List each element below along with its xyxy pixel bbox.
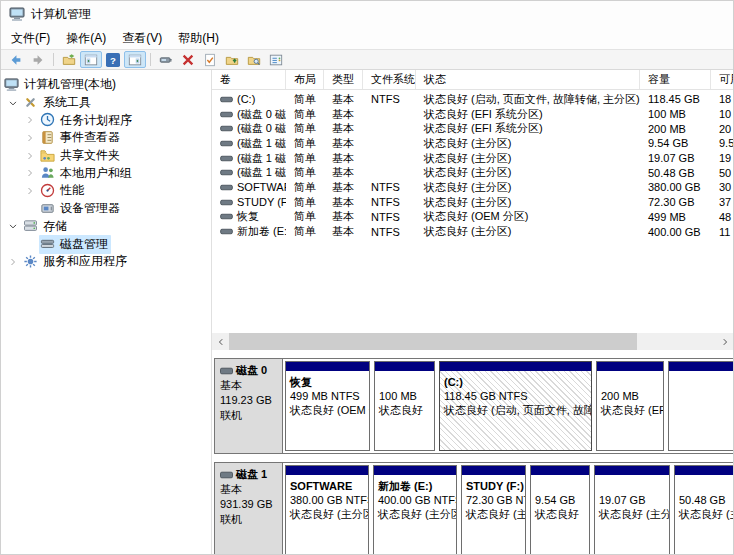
sidebar-item-computer-management[interactable]: 计算机管理(本地) (1, 76, 211, 94)
volume-row[interactable]: 新加卷 (E:)简单基本NTFS状态良好 (主分区)400.00 GB11 (212, 224, 733, 239)
column-header-capacity[interactable]: 容量 (640, 70, 711, 89)
sidebar-item-disk-management[interactable]: 磁盘管理 (1, 235, 211, 253)
volume-row[interactable]: (磁盘 1 磁盘分区 6)简单基本状态良好 (主分区)19.07 GB19 (212, 151, 733, 166)
sidebar-item-storage[interactable]: 存储 (1, 218, 211, 236)
volume-row[interactable]: 恢复简单基本NTFS状态良好 (OEM 分区)499 MB48 (212, 210, 733, 225)
sidebar-item-performance[interactable]: 性能 (1, 182, 211, 200)
volume-row[interactable]: (磁盘 1 磁盘分区 5)简单基本状态良好 (主分区)9.54 GB9.5 (212, 136, 733, 151)
partition-block[interactable]: 19.07 GB状态良好 (主分区) (594, 465, 670, 555)
show-hide-action-pane-button[interactable] (124, 51, 146, 68)
scroll-left-icon[interactable] (212, 333, 229, 350)
volume-name: (C:) (237, 93, 255, 105)
volume-row[interactable]: SOFTWARE (D:)简单基本NTFS状态良好 (主分区)380.00 GB… (212, 180, 733, 195)
column-header-status[interactable]: 状态 (416, 70, 640, 89)
chevron-collapsed-icon[interactable] (24, 166, 39, 180)
folder-search-button[interactable] (243, 51, 265, 68)
volume-name: (磁盘 1 磁盘分区 6) (237, 151, 286, 166)
chevron-collapsed-icon[interactable] (24, 131, 39, 145)
column-header-layout[interactable]: 布局 (286, 70, 324, 89)
back-button[interactable] (5, 51, 27, 68)
partition-block[interactable]: 9.54 GB状态良好 (530, 465, 590, 555)
toolbar-separator (53, 53, 54, 66)
column-header-volume[interactable]: 卷 (212, 70, 286, 89)
cell-layout: 简单 (286, 165, 324, 180)
partition-block[interactable]: 200 MB状态良好 (EFI 系统分区) (596, 361, 664, 451)
shared-folder-icon (40, 148, 56, 164)
sidebar-item-device-manager[interactable]: 设备管理器 (1, 200, 211, 218)
device-button[interactable] (155, 51, 177, 68)
chevron-collapsed-icon[interactable] (24, 113, 39, 127)
cell-type: 基本 (324, 209, 363, 224)
volume-cell: (磁盘 0 磁盘分区 5) (212, 121, 286, 136)
partition-block[interactable] (668, 361, 733, 451)
partition-block[interactable]: (C:)118.45 GB NTFS状态良好 (启动, 页面文件, 故障转储, … (439, 361, 592, 451)
partition-block[interactable]: 50.48 GB状态良好 (主分区) (674, 465, 733, 555)
folder-up-icon (225, 53, 239, 67)
sidebar-item-task-scheduler[interactable]: 任务计划程序 (1, 111, 211, 129)
cell-capacity: 72.30 GB (640, 196, 711, 208)
column-header-filesystem[interactable]: 文件系统 (363, 70, 416, 89)
toolbar: ? (1, 50, 733, 70)
partition-block[interactable]: STUDY (F:)72.30 GB NTFS状态良好 (主分区) (461, 465, 526, 555)
volume-row[interactable]: (磁盘 1 磁盘分区 7)简单基本状态良好 (主分区)50.48 GB50 (212, 165, 733, 180)
clock-icon (40, 112, 56, 128)
sidebar-item-event-viewer[interactable]: 事件查看器 (1, 129, 211, 147)
show-hide-console-tree-button[interactable] (80, 51, 102, 68)
sidebar-item-local-users-groups[interactable]: 本地用户和组 (1, 164, 211, 182)
sidebar-item-label: 计算机管理(本地) (24, 76, 116, 93)
console-tree-icon (84, 53, 98, 67)
volume-row[interactable]: (磁盘 0 磁盘分区 5)简单基本状态良好 (EFI 系统分区)200 MB20 (212, 121, 733, 136)
chevron-collapsed-icon[interactable] (24, 149, 39, 163)
scrollbar-track[interactable] (637, 333, 716, 350)
export-list-button[interactable] (58, 51, 80, 68)
forward-button[interactable] (27, 51, 49, 68)
partition-info: STUDY (F:)72.30 GB NTFS状态良好 (主分区) (462, 475, 525, 521)
partition-info: 新加卷 (E:)400.00 GB NTFS状态良好 (主分区) (374, 475, 456, 521)
partition-color-bar (597, 362, 663, 371)
chevron-expanded-icon[interactable] (7, 219, 22, 233)
scroll-right-icon[interactable] (716, 333, 733, 350)
menu-item-help[interactable]: 帮助(H) (170, 27, 227, 49)
sidebar-item-shared-folders[interactable]: 共享文件夹 (1, 147, 211, 165)
partition-block[interactable]: 恢复499 MB NTFS状态良好 (OEM 分区) (285, 361, 370, 451)
volume-list: 卷布局类型文件系统状态容量可用空间 (C:)简单基本NTFS状态良好 (启动, … (212, 70, 733, 333)
menu-item-view[interactable]: 查看(V) (114, 27, 170, 49)
cell-capacity: 200 MB (640, 123, 711, 135)
menu-item-action[interactable]: 操作(A) (58, 27, 114, 49)
partition-status: 状态良好 (535, 507, 585, 521)
tree-item-box: 事件查看器 (39, 128, 123, 147)
help-button[interactable]: ? (102, 51, 124, 68)
properties-button[interactable] (199, 51, 221, 68)
column-header-free[interactable]: 可用空间 (711, 70, 733, 89)
sidebar-item-system-tools[interactable]: 系统工具 (1, 94, 211, 112)
partition-size: 72.30 GB NTFS (466, 493, 521, 507)
column-label: 卷 (220, 72, 231, 87)
disk-name: 磁盘 0 (220, 363, 278, 378)
tree-item-box: 计算机管理(本地) (3, 75, 119, 94)
cell-layout: 简单 (286, 195, 324, 210)
disk-header[interactable]: 磁盘 1基本931.39 GB联机 (215, 463, 283, 555)
volume-row[interactable]: (C:)简单基本NTFS状态良好 (启动, 页面文件, 故障转储, 主分区)11… (212, 92, 733, 107)
column-header-type[interactable]: 类型 (324, 70, 363, 89)
volume-name: (磁盘 0 磁盘分区 5) (237, 121, 286, 136)
chevron-collapsed-icon[interactable] (24, 184, 39, 198)
volume-row[interactable]: STUDY (F:)简单基本NTFS状态良好 (主分区)72.30 GB37 (212, 195, 733, 210)
chevron-expanded-icon[interactable] (7, 96, 22, 110)
folder-up-button[interactable] (221, 51, 243, 68)
export-icon (62, 53, 76, 67)
sidebar-item-services-applications[interactable]: 服务和应用程序 (1, 253, 211, 271)
disk-header[interactable]: 磁盘 0基本119.23 GB联机 (215, 359, 283, 453)
chevron-placeholder (24, 237, 39, 251)
cell-filesystem: NTFS (363, 181, 416, 193)
menu-item-file[interactable]: 文件(F) (3, 27, 58, 49)
chevron-collapsed-icon[interactable] (7, 255, 22, 269)
details-pane-button[interactable] (265, 51, 287, 68)
partition-block[interactable]: SOFTWARE380.00 GB NTFS状态良好 (主分区) (285, 465, 369, 555)
partition-block[interactable]: 100 MB状态良好 (374, 361, 435, 451)
scrollbar-thumb[interactable] (229, 333, 637, 350)
volume-row[interactable]: (磁盘 0 磁盘分区 2)简单基本状态良好 (EFI 系统分区)100 MB10 (212, 107, 733, 122)
horizontal-scrollbar[interactable] (212, 333, 733, 350)
volume-cell: 恢复 (212, 209, 286, 224)
delete-button[interactable] (177, 51, 199, 68)
partition-block[interactable]: 新加卷 (E:)400.00 GB NTFS状态良好 (主分区) (373, 465, 457, 555)
